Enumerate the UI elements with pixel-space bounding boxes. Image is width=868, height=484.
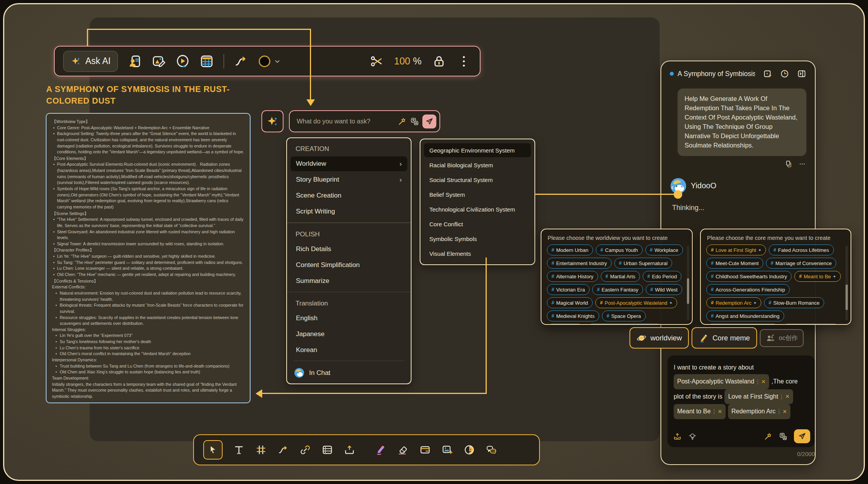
tag-childhood-sweethearts-industry[interactable]: #Childhood Sweethearts Industry — [706, 271, 792, 282]
connector-curve-icon[interactable] — [233, 54, 248, 69]
menu-item-summarize[interactable]: Summarize — [290, 274, 407, 288]
tag-workplace[interactable]: #Workplace — [645, 245, 683, 255]
menu-item-rich-details[interactable]: Rich Details — [290, 242, 407, 257]
tag-entertainment-industry[interactable]: #Entertainment Industry — [547, 258, 612, 269]
color-picker[interactable] — [258, 54, 282, 68]
menu-item-script-writing[interactable]: Script Writing — [290, 204, 407, 219]
lock-icon[interactable] — [432, 54, 446, 69]
kebab-menu-icon[interactable] — [456, 54, 471, 69]
submenu-item-belief-system[interactable]: Belief System — [424, 187, 531, 201]
tag-campus-youth[interactable]: #Campus Youth — [596, 245, 643, 255]
tag-post-apocalyptic-wasteland[interactable]: #Post-Apocalyptic Wasteland✦ — [595, 297, 677, 308]
image-edit-icon[interactable] — [151, 54, 166, 69]
tag-meant-to-be[interactable]: #Meant to Be✦ — [794, 271, 840, 282]
zoom-level[interactable]: 100 % — [394, 56, 422, 67]
scrollbar[interactable] — [687, 246, 689, 320]
worldview-document-card[interactable]: 【Worldview Type】Core Genre: Post-Apocaly… — [46, 113, 251, 403]
menu-item-japanese[interactable]: Japanese — [290, 327, 407, 342]
tag-modern-urban[interactable]: #Modern Urban — [547, 245, 593, 255]
tag-across-generations-friendship[interactable]: #Across-Generations Friendship — [706, 284, 790, 295]
menu-item-in-chat[interactable]: In Chat — [287, 364, 411, 381]
bulb-icon[interactable] — [688, 432, 697, 441]
ask-ai-button[interactable]: Ask AI — [63, 51, 118, 72]
frame-icon[interactable] — [255, 444, 267, 456]
submenu-item-social-structural-system[interactable]: Social Structural System — [424, 173, 531, 187]
tag-alternate-history[interactable]: #Alternate History — [547, 271, 598, 282]
prompt-composer[interactable]: I want to create a story aboutPost-Apoca… — [667, 356, 815, 447]
more-icon[interactable] — [798, 160, 806, 168]
scrollbar-thumb[interactable] — [687, 278, 689, 304]
submenu-item-technological-civilization-system[interactable]: Technological Civilization System — [424, 202, 531, 216]
tag-urban-supernatural[interactable]: #Urban Supernatural — [614, 258, 672, 269]
tag-magical-world[interactable]: #Magical World — [547, 297, 593, 308]
submenu-item-core-conflict[interactable]: Core Conflict — [424, 217, 531, 231]
rows-icon[interactable] — [322, 444, 333, 456]
chat-bubbles-icon[interactable] — [486, 444, 497, 456]
smiley-icon[interactable] — [463, 444, 475, 456]
wand-icon[interactable] — [764, 432, 773, 441]
tag-medieval-knights[interactable]: #Medieval Knights — [547, 311, 599, 321]
send-button[interactable] — [422, 114, 436, 128]
table-icon[interactable] — [199, 54, 214, 69]
submenu-item-visual-elements[interactable]: Visual Elements — [424, 246, 531, 260]
tray-up-icon[interactable] — [673, 432, 682, 441]
tag-angst-and-misunderstanding[interactable]: #Angst and Misunderstanding — [706, 311, 784, 321]
composer-chip-post-apocalyptic-wasteland[interactable]: Post-Apocalyptic Wasteland|✕ — [674, 374, 769, 389]
menu-item-scene-creation[interactable]: Scene Creation — [290, 188, 407, 203]
cursor-icon[interactable] — [207, 444, 219, 456]
scissors-icon[interactable] — [369, 54, 384, 69]
remove-chip-icon[interactable]: ✕ — [783, 406, 787, 417]
tag-victorian-era[interactable]: #Victorian Era — [547, 284, 590, 295]
video-icon[interactable] — [175, 54, 190, 69]
canvas-document-title[interactable]: A SYMPHONY OF SYMBIOSIS IN THE RUST-COLO… — [46, 83, 248, 107]
tag-wild-west[interactable]: #Wild West — [646, 284, 682, 295]
remove-chip-icon[interactable]: ✕ — [718, 406, 722, 417]
tag-post-apocalyptic-wasteland[interactable]: #Post-Apocalyptic Wasteland — [586, 324, 663, 325]
wand-icon[interactable] — [398, 117, 407, 126]
character-card-icon[interactable] — [127, 54, 142, 69]
tag-redemption-arc[interactable]: #Redemption Arc✦ — [706, 297, 761, 308]
menu-item-story-blueprint[interactable]: Story Blueprint› — [290, 172, 407, 187]
scrollbar-thumb[interactable] — [846, 285, 848, 310]
oc-create-button[interactable]: oc创作 — [760, 329, 804, 347]
tag-space-opera[interactable]: #Space Opera — [602, 311, 646, 321]
ask-input[interactable] — [296, 117, 394, 125]
new-chat-icon[interactable] — [763, 69, 772, 78]
core-meme-button[interactable]: Core meme — [692, 327, 757, 349]
image-add-icon[interactable] — [441, 444, 453, 456]
tag-love-at-first-sight[interactable]: #Love at First Sight✦ — [706, 245, 766, 255]
menu-item-english[interactable]: English — [290, 311, 407, 326]
tag-multiverse[interactable]: #Multiverse — [547, 324, 584, 325]
menu-item-korean[interactable]: Korean — [290, 343, 407, 357]
tag-edo-period[interactable]: #Edo Period — [643, 271, 681, 282]
composer-chip-meant-to-be[interactable]: Meant to Be|✕ — [674, 404, 726, 419]
menu-item-worldview[interactable]: Worldview› — [290, 156, 407, 171]
link-icon[interactable] — [299, 444, 311, 456]
marker-icon[interactable] — [375, 444, 387, 456]
tag-meet-cute-moment[interactable]: #Meet-Cute Moment — [706, 258, 763, 269]
menu-item-content-simplification[interactable]: Content Simplification — [290, 258, 407, 272]
tag-fated-across-lifetimes[interactable]: #Fated Across Lifetimes — [769, 245, 833, 255]
ai-sparkle-button[interactable] — [261, 110, 284, 132]
submenu-item-geographic-environment-system[interactable]: Geographic Environment System — [424, 143, 531, 157]
remove-chip-icon[interactable]: ✕ — [785, 391, 790, 402]
translate-icon[interactable] — [410, 117, 419, 126]
active-tool-wrap[interactable] — [203, 440, 223, 460]
chevron-down-icon[interactable] — [273, 57, 282, 66]
worldview-button[interactable]: worldview — [629, 327, 689, 349]
upload-icon[interactable] — [344, 444, 355, 456]
tag-martial-arts[interactable]: #Martial Arts — [601, 271, 640, 282]
remove-chip-icon[interactable]: ✕ — [761, 376, 766, 387]
curve-icon[interactable] — [277, 444, 289, 456]
tag-marriage-of-convenience[interactable]: #Marriage of Convenience — [766, 258, 836, 269]
tag-eastern-fantasy[interactable]: #Eastern Fantasy — [592, 284, 643, 295]
history-icon[interactable] — [780, 69, 789, 78]
scrollbar[interactable] — [846, 246, 848, 320]
color-swatch-icon[interactable] — [258, 54, 271, 68]
card-icon[interactable] — [419, 444, 431, 456]
translate-icon[interactable] — [779, 432, 788, 441]
copy-icon[interactable] — [785, 160, 793, 168]
tag-slow-burn-romance[interactable]: #Slow-Burn Romance — [764, 297, 824, 308]
eraser-icon[interactable] — [397, 444, 409, 456]
composer-send-button[interactable] — [794, 429, 810, 443]
